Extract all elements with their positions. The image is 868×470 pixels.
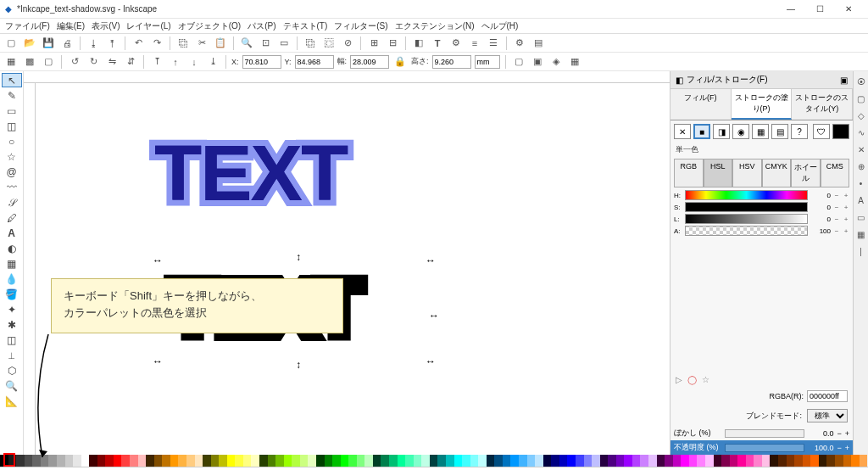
palette-swatch[interactable] [81,455,90,467]
palette-swatch[interactable] [640,455,648,467]
snap-bbox-icon[interactable]: ▢ [854,92,868,105]
scale-corner-icon[interactable]: ▣ [530,54,545,70]
selector-tool[interactable]: ↖ [2,73,22,87]
palette-swatch[interactable] [130,455,138,467]
snap-path-icon[interactable]: ∿ [854,126,868,139]
dock-close-icon[interactable]: ▣ [840,76,848,85]
palette-swatch[interactable] [794,455,803,467]
palette-swatch[interactable] [259,455,268,467]
w-input[interactable] [350,55,389,69]
palette-swatch[interactable] [341,455,349,467]
align-icon[interactable]: ≡ [467,36,482,51]
palette-swatch[interactable] [826,455,835,467]
palette-swatch[interactable] [146,455,154,467]
star-ind-icon[interactable]: ☆ [702,375,709,384]
palette-swatch[interactable] [470,455,479,467]
clone-icon[interactable]: ⿴ [321,36,337,51]
lower-bot-icon[interactable]: ⤓ [205,54,220,70]
palette-swatch[interactable] [778,455,787,467]
palette-swatch[interactable] [600,455,609,467]
x-input[interactable] [242,55,281,69]
palette-swatch[interactable] [437,455,446,467]
star-tool[interactable]: ☆ [2,149,22,164]
flip-v-icon[interactable]: ⇵ [123,54,138,70]
palette-swatch[interactable] [559,455,568,467]
xml-icon[interactable]: ⚙ [448,36,464,51]
palette-swatch[interactable] [737,455,746,467]
palette-swatch[interactable] [860,455,868,467]
palette-swatch[interactable] [567,455,576,467]
paint-pattern[interactable]: ▦ [752,124,769,139]
palette-swatch[interactable] [487,455,495,467]
palette-swatch[interactable] [243,455,252,467]
palette-swatch[interactable] [446,455,454,467]
palette-swatch[interactable] [665,455,673,467]
import-icon[interactable]: ⭳ [86,36,101,51]
palette-swatch[interactable] [16,455,25,467]
prefs-icon[interactable]: ⚙ [512,36,527,51]
palette-swatch[interactable] [730,455,738,467]
mode-cms[interactable]: CMS [821,159,850,187]
palette-swatch[interactable] [762,455,771,467]
palette-swatch[interactable] [803,455,811,467]
palette-swatch[interactable] [398,455,406,467]
ellipse-tool[interactable]: ○ [2,134,22,148]
menu-filter[interactable]: フィルター(S) [332,20,389,32]
palette-swatch[interactable] [462,455,470,467]
opacity-slider[interactable] [725,444,804,452]
paste-icon[interactable]: 📋 [213,36,228,51]
unit-input[interactable] [475,55,500,69]
palette-swatch[interactable] [65,455,74,467]
bucket-icon[interactable]: ▷ [676,375,682,384]
palette-swatch[interactable] [381,455,389,467]
palette-swatch[interactable] [292,455,300,467]
raise-top-icon[interactable]: ⤒ [149,54,164,70]
palette-swatch[interactable] [835,455,843,467]
tab-stroke-style[interactable]: ストロークのスタイル(Y) [792,89,853,120]
paint-linear[interactable]: ◨ [713,124,730,139]
palette-swatch[interactable] [114,455,122,467]
palette-swatch[interactable] [275,455,284,467]
text-dlg-icon[interactable]: T [430,36,445,51]
palette-swatch[interactable] [705,455,714,467]
h-input[interactable] [432,55,471,69]
copy-icon[interactable]: ⿻ [175,36,191,51]
palette-swatch[interactable] [154,455,163,467]
layers-icon[interactable]: ☰ [486,36,501,51]
palette-swatch[interactable] [235,455,243,467]
tweak-tool[interactable]: ✦ [2,302,22,316]
paintbucket-tool[interactable]: 🪣 [2,287,22,301]
tab-fill[interactable]: フィル(F) [670,89,732,120]
palette-swatch[interactable] [454,455,463,467]
gradient-tool[interactable]: ◐ [2,241,22,255]
menu-text[interactable]: テキスト(T) [281,20,330,32]
mesh-tool[interactable]: ▦ [2,256,22,271]
palette-swatch[interactable] [543,455,552,467]
palette-swatch[interactable] [105,455,114,467]
snap-grid-icon[interactable]: ▦ [854,227,868,241]
palette-swatch[interactable] [219,455,227,467]
snap-mid-icon[interactable]: • [854,176,868,190]
mode-hsl[interactable]: HSL [704,159,733,187]
palette-swatch[interactable] [162,455,170,467]
palette-swatch[interactable] [494,455,503,467]
new-icon[interactable]: ▢ [3,36,19,51]
zoom-page-icon[interactable]: ▭ [276,36,292,51]
move-patt-icon[interactable]: ▦ [567,54,582,70]
palette-swatch[interactable] [178,455,186,467]
snap-center-icon[interactable]: ⊕ [854,159,868,173]
tab-stroke-paint[interactable]: ストロークの塗り(P) [732,89,793,120]
menu-help[interactable]: ヘルプ(H) [480,20,520,32]
palette-swatch[interactable] [657,455,665,467]
rotate-ccw-icon[interactable]: ↺ [67,54,82,70]
palette-swatch[interactable] [787,455,795,467]
menu-path[interactable]: パス(P) [246,20,277,32]
palette-swatch[interactable] [714,455,722,467]
calligraphy-tool[interactable]: 🖊 [2,210,22,225]
palette-swatch[interactable] [673,455,682,467]
rgba-input[interactable] [807,390,848,402]
sel-layer-icon[interactable]: ▩ [22,54,37,70]
palette-swatch[interactable] [195,455,203,467]
color-palette[interactable] [0,455,868,467]
palette-swatch[interactable] [754,455,762,467]
